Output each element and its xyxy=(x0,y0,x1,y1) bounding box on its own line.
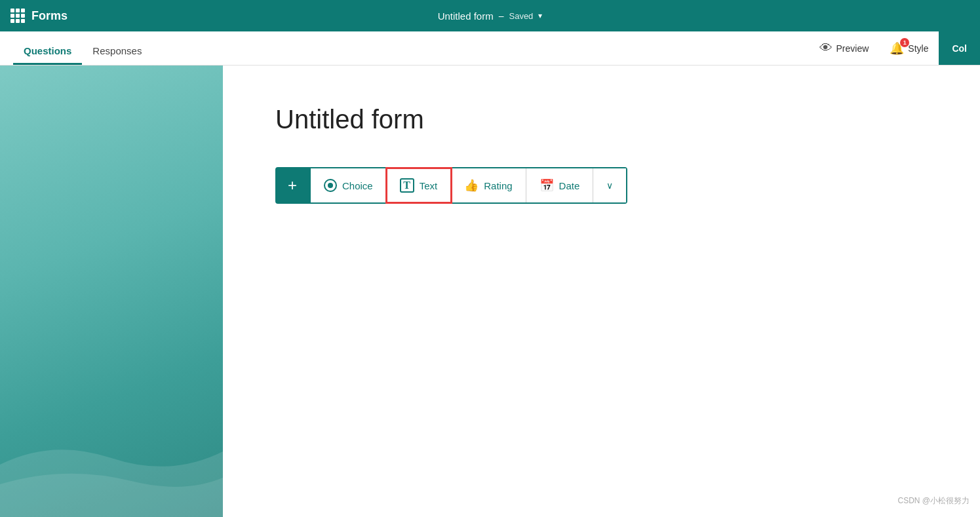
main-content: Untitled form + Choice T Text xyxy=(0,66,980,517)
notification-count: 1 xyxy=(900,38,909,47)
plus-icon: + xyxy=(288,176,297,195)
choice-button[interactable]: Choice xyxy=(311,168,387,202)
rating-button[interactable]: 👍 Rating xyxy=(451,168,526,202)
style-button[interactable]: 🔔 1 Style xyxy=(879,31,939,65)
thumbup-icon: 👍 xyxy=(464,178,479,193)
tab-questions[interactable]: Questions xyxy=(13,31,82,65)
text-icon: T xyxy=(400,178,414,193)
more-button[interactable]: ∨ xyxy=(593,168,626,202)
preview-button[interactable]: 👁 Preview xyxy=(809,31,880,65)
left-sidebar xyxy=(0,66,223,517)
question-toolbar: + Choice T Text 👍 Rating xyxy=(275,167,928,204)
right-nav-actions: 👁 Preview 🔔 1 Style Col xyxy=(809,31,980,65)
text-button[interactable]: T Text xyxy=(387,168,452,202)
form-name-chevron-icon[interactable]: ▾ xyxy=(538,11,542,20)
tab-responses[interactable]: Responses xyxy=(82,31,152,65)
chevron-down-icon: ∨ xyxy=(606,180,613,191)
app-logo: Forms xyxy=(10,9,68,23)
eye-icon: 👁 xyxy=(819,41,833,56)
top-bar: Forms Untitled form – Saved ▾ xyxy=(0,0,980,31)
form-name[interactable]: Untitled form xyxy=(438,10,494,22)
toolbar-buttons: Choice T Text 👍 Rating 📅 Date xyxy=(309,167,627,204)
date-button[interactable]: 📅 Date xyxy=(526,168,594,202)
collaborate-button[interactable]: Col xyxy=(939,31,980,65)
app-title: Forms xyxy=(31,9,68,23)
secondary-nav: Questions Responses 👁 Preview 🔔 1 Style … xyxy=(0,31,980,66)
radio-icon xyxy=(324,179,337,192)
saved-label: Saved xyxy=(509,11,533,21)
sidebar-wave xyxy=(0,386,223,517)
calendar-icon: 📅 xyxy=(539,178,554,193)
notification-badge: 🔔 1 xyxy=(890,41,904,56)
grid-icon xyxy=(10,9,25,23)
form-name-area: Untitled form – Saved ▾ xyxy=(438,10,543,22)
separator: – xyxy=(499,10,504,21)
form-canvas: Untitled form + Choice T Text xyxy=(223,66,980,517)
nav-tabs: Questions Responses xyxy=(13,31,152,65)
add-question-button[interactable]: + xyxy=(275,167,309,204)
form-title[interactable]: Untitled form xyxy=(275,105,928,134)
watermark: CSDN @小松很努力 xyxy=(897,495,970,507)
